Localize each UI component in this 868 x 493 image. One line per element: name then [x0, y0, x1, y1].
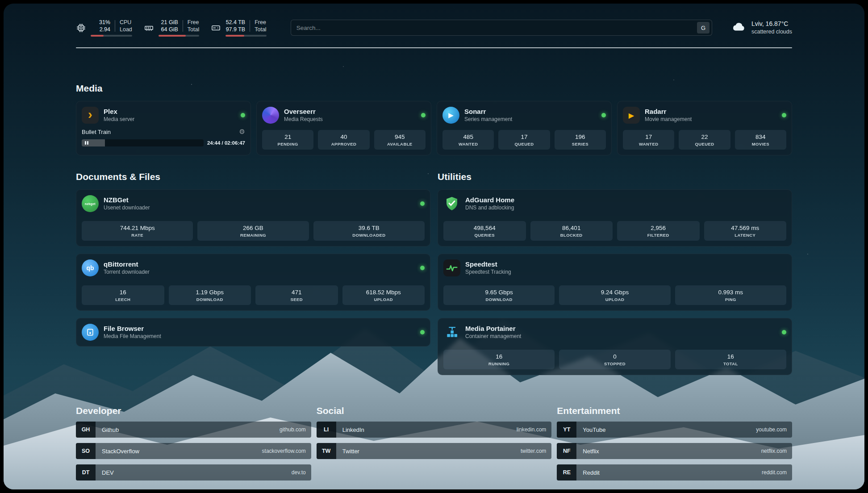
cpu-usage-body: 31% 2.94 CPU Load — [91, 19, 132, 37]
overseerr-icon — [262, 107, 279, 124]
app-subtitle: Series management — [464, 116, 512, 123]
plex-player-row: 24:44 / 02:06:47 — [82, 139, 245, 146]
app-subtitle: Media server — [104, 116, 134, 123]
section-title-media: Media — [76, 83, 792, 94]
stat-box: 485 WANTED — [442, 130, 494, 150]
stat-value: 17 — [500, 134, 548, 140]
app-card-qbittorrent[interactable]: qb qBittorrent Torrent downloader 16 LEE… — [76, 254, 430, 311]
bookmark-abbr: TW — [317, 443, 336, 459]
app-card-sonarr[interactable]: ▶ Sonarr Series management 485 WANTED 17… — [437, 101, 612, 155]
app-card-adguard[interactable]: AdGuard Home DNS and adblocking 498,564 … — [438, 189, 792, 246]
memory-usage-row: 21 GiB 64 GiB Free Total — [159, 19, 199, 33]
adguard-shield-icon — [443, 195, 460, 212]
stat-label: TOTAL — [677, 361, 785, 366]
nzbget-icon: nzbget — [82, 195, 99, 212]
weather-condition: scattered clouds — [751, 28, 792, 36]
cpu-usage-widget: 31% 2.94 CPU Load — [76, 19, 132, 37]
nzbget-stats: 744.21 Mbps RATE 266 GB REMAINING 39.6 T… — [82, 221, 425, 241]
gear-icon[interactable]: ⚙ — [239, 128, 245, 136]
stat-box: 196 SERIES — [555, 130, 606, 150]
bookmark-youtube[interactable]: YT YouTube youtube.com — [557, 422, 792, 438]
bookmark-linkedin[interactable]: LI LinkedIn linkedin.com — [317, 422, 552, 438]
plex-header: › Plex Media server — [82, 107, 245, 124]
app-card-filebrowser[interactable]: File Browser Media File Management — [76, 318, 430, 347]
adguard-meta: AdGuard Home DNS and adblocking — [465, 196, 514, 211]
bookmark-reddit[interactable]: RE Reddit reddit.com — [557, 464, 792, 480]
speedtest-stats: 9.65 Gbps DOWNLOAD 9.24 Gbps UPLOAD 0.99… — [443, 285, 786, 305]
search-bar[interactable]: G — [291, 20, 712, 36]
search-input[interactable] — [296, 25, 697, 31]
stat-label: SERIES — [556, 142, 604, 146]
stat-value: 0 — [561, 353, 668, 360]
stat-value: 21 — [264, 134, 312, 140]
stat-value: 47.569 ms — [706, 225, 785, 231]
bookmark-github[interactable]: GH Github github.com — [76, 422, 311, 438]
playback-progress-bar[interactable] — [82, 139, 204, 146]
stat-label: PING — [677, 297, 785, 302]
stat-value: 9.65 Gbps — [445, 289, 553, 296]
mid-grid: Documents & Files nzbget NZBGet Usenet d… — [76, 171, 792, 382]
bookmark-abbr: DT — [76, 464, 96, 480]
stat-box: 21 PENDING — [262, 130, 313, 150]
memory-usage-bar — [159, 35, 199, 37]
bookmark-stackoverflow[interactable]: SO StackOverflow stackoverflow.com — [76, 443, 311, 459]
entertainment-column: Entertainment YT YouTube youtube.com NF … — [557, 405, 792, 480]
app-card-speedtest[interactable]: Speedtest Speedtest Tracking 9.65 Gbps D… — [438, 254, 792, 311]
stat-value: 16 — [677, 353, 785, 360]
playback-time: 24:44 / 02:06:47 — [207, 140, 245, 146]
stat-value: 266 GB — [199, 225, 307, 231]
stat-label: DOWNLOAD — [171, 297, 250, 302]
stat-value: 744.21 Mbps — [83, 225, 191, 231]
stat-box: 16 TOTAL — [675, 350, 786, 369]
bookmark-url: netflix.com — [761, 448, 787, 454]
app-subtitle: Media Requests — [284, 116, 323, 123]
stat-value: 2,956 — [619, 225, 698, 231]
overseerr-meta: Overseerr Media Requests — [284, 107, 323, 123]
memory-icon — [144, 23, 154, 33]
app-name: qBittorrent — [104, 260, 150, 269]
search-engine-button[interactable]: G — [697, 22, 709, 33]
stat-label: RATE — [83, 233, 191, 238]
utilities-column: Utilities — [438, 171, 792, 382]
overseerr-header: Overseerr Media Requests — [262, 107, 426, 124]
plex-now-playing-row: Bullet Train ⚙ — [82, 128, 245, 136]
stat-label: QUEUED — [500, 142, 548, 146]
background-snow-specks — [4, 4, 4, 4]
app-card-plex[interactable]: › Plex Media server Bullet Train ⚙ — [76, 101, 251, 155]
memory-usage-body: 21 GiB 64 GiB Free Total — [159, 19, 199, 37]
status-dot — [420, 201, 425, 206]
cpu-percent: 31% — [99, 19, 110, 26]
bookmark-netflix[interactable]: NF Netflix netflix.com — [557, 443, 792, 459]
disk-values: 52.4 TB 97.9 TB — [225, 19, 245, 33]
app-card-overseerr[interactable]: Overseerr Media Requests 21 PENDING 40 A… — [256, 101, 431, 155]
stat-box: 86,401 BLOCKED — [530, 221, 613, 241]
sonarr-icon: ▶ — [442, 107, 459, 124]
speedtest-icon — [443, 259, 460, 276]
section-title-documents: Documents & Files — [76, 171, 430, 182]
stat-label: STOPPED — [561, 361, 668, 366]
radarr-header: ▶ Radarr Movie management — [623, 107, 786, 124]
now-playing-title: Bullet Train — [82, 129, 111, 135]
memory-labels: Free Total — [188, 19, 199, 33]
disk-labels: Free Total — [255, 19, 266, 33]
stat-box: 40 APPROVED — [318, 130, 369, 150]
status-dot — [601, 113, 606, 117]
app-card-portainer[interactable]: Media Portainer Container management 16 … — [438, 318, 792, 375]
bookmark-dev[interactable]: DT DEV dev.to — [76, 464, 311, 480]
app-name: Overseerr — [284, 107, 323, 116]
pause-icon[interactable] — [85, 141, 88, 145]
stat-value: 39.6 TB — [315, 225, 423, 231]
overseerr-stats: 21 PENDING 40 APPROVED 945 AVAILABLE — [262, 130, 426, 150]
stat-label: RUNNING — [445, 361, 553, 366]
app-subtitle: Usenet downloader — [104, 205, 150, 212]
stat-box: 39.6 TB DOWNLOADED — [313, 221, 425, 241]
memory-divider — [183, 20, 183, 32]
stat-box: 498,564 QUERIES — [443, 221, 526, 241]
stat-box: 17 QUEUED — [498, 130, 550, 150]
bookmark-twitter[interactable]: TW Twitter twitter.com — [317, 443, 552, 459]
qbittorrent-stats: 16 LEECH 1.19 Gbps DOWNLOAD 471 SEED 6 — [82, 285, 425, 305]
app-card-radarr[interactable]: ▶ Radarr Movie management 17 WANTED 22 Q… — [617, 101, 792, 155]
app-card-nzbget[interactable]: nzbget NZBGet Usenet downloader 744.21 M… — [76, 189, 430, 246]
stat-value: 196 — [556, 134, 604, 140]
section-title-social: Social — [317, 405, 552, 416]
